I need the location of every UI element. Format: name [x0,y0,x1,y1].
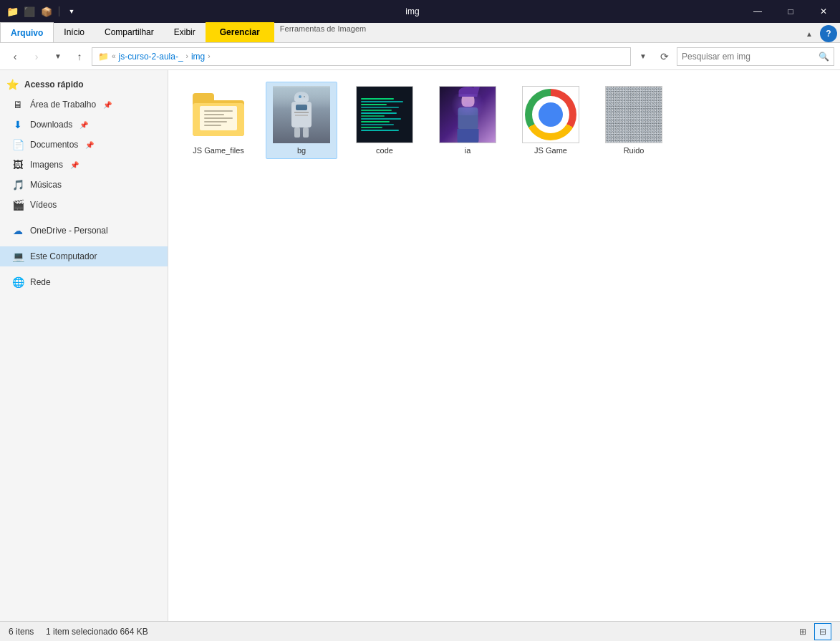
folder-icon [193,93,244,136]
computer-icon: 💻 [11,250,24,263]
selected-info: 1 item selecionado 664 KB [46,627,148,637]
sidebar-item-music[interactable]: 🎵 Músicas [0,175,168,195]
search-box: 🔍 [677,47,834,66]
file-grid: JS Game_files [183,82,826,159]
images-icon: 🖼 [11,158,24,171]
address-path[interactable]: 📁 « js-curso-2-aula-_ › img › [92,47,631,66]
qat-separator [59,6,59,16]
file-item-js-game-files[interactable]: JS Game_files [183,82,254,159]
tab-subtitle: Ferramentas de Imagem [274,24,372,33]
thumb-code [356,86,413,143]
tab-compartilhar[interactable]: Compartilhar [95,22,164,42]
view-icons-button[interactable]: ⊟ [814,623,831,640]
sidebar-item-network[interactable]: 🌐 Rede [0,272,168,292]
path-arrow-2: › [208,52,210,60]
desktop-icon: 🖥 [11,98,24,111]
file-item-ia[interactable]: ia [432,82,503,159]
path-icon: 📁 [98,52,109,62]
star-icon: ⭐ [6,78,19,91]
ribbon-tabs: Arquivo Início Compartilhar Exibir Geren… [0,23,840,43]
network-icon: 🌐 [11,276,24,289]
sidebar-item-onedrive[interactable]: ☁ OneDrive - Personal [0,221,168,241]
sidebar-quick-access: ⭐ Acesso rápido [0,74,168,95]
onedrive-icon: ☁ [11,224,24,237]
view-list-button[interactable]: ⊞ [794,623,811,640]
tab-gerenciar[interactable]: Gerenciar [206,22,274,42]
title-bar-left: 📁 ⬛ 📦 ▼ [6,5,78,18]
qat-icon-1: 📁 [6,5,19,18]
file-label-js-game-files: JS Game_files [193,146,244,155]
file-label-js-game: JS Game [534,146,567,155]
up-button[interactable]: ↑ [70,47,89,66]
sidebar-item-computer[interactable]: 💻 Este Computador [0,246,168,266]
tab-inicio[interactable]: Início [54,22,95,42]
tab-arquivo[interactable]: Arquivo [0,22,54,42]
pin-icon-images: 📌 [70,161,79,169]
thumb-js-game [522,86,579,143]
documents-icon: 📄 [11,138,24,151]
file-label-ia: ia [465,146,471,155]
file-item-js-game[interactable]: JS Game [515,82,586,159]
file-item-ruido[interactable]: Ruido [598,82,670,159]
title-controls: — □ ✕ [741,0,840,23]
file-item-code[interactable]: code [349,82,420,159]
pin-icon-downloads: 📌 [79,121,88,129]
sidebar-item-images[interactable]: 🖼 Imagens 📌 [0,155,168,175]
window-title: img [84,6,741,16]
file-label-bg: bg [297,146,306,155]
back-button[interactable]: ‹ [6,47,24,66]
download-icon: ⬇ [11,118,24,131]
status-info: 6 itens 1 item selecionado 664 KB [9,627,148,637]
tab-exibir[interactable]: Exibir [164,22,206,42]
videos-icon: 🎬 [11,198,24,211]
path-dropdown[interactable]: ▼ [634,47,652,66]
path-part-1[interactable]: js-curso-2-aula-_ [119,52,183,62]
pin-icon-documents: 📌 [85,141,94,149]
file-label-code: code [376,146,393,155]
close-button[interactable]: ✕ [807,0,840,23]
thumb-bg [273,86,330,143]
file-item-bg[interactable]: bg [266,82,337,159]
qat-icon-2: ⬛ [23,5,36,18]
title-bar: 📁 ⬛ 📦 ▼ img — □ ✕ [0,0,840,23]
thumb-ia [439,86,496,143]
ribbon-chevron[interactable]: ▲ [801,27,817,41]
thumb-ruido [605,86,662,143]
path-sep-1: « [112,52,116,60]
file-area: JS Game_files [168,70,840,621]
view-controls: ⊞ ⊟ [794,623,831,640]
help-button[interactable]: ? [820,25,837,42]
recent-button[interactable]: ▼ [49,47,67,66]
search-input[interactable] [682,52,816,62]
sidebar: ⭐ Acesso rápido 🖥 Área de Trabalho 📌 ⬇ D… [0,70,168,621]
ribbon-right: ▲ ? [801,25,840,42]
minimize-button[interactable]: — [741,0,774,23]
file-label-ruido: Ruido [624,146,645,155]
status-bar: 6 itens 1 item selecionado 664 KB ⊞ ⊟ [0,621,840,641]
search-icon: 🔍 [819,52,829,62]
sidebar-item-desktop[interactable]: 🖥 Área de Trabalho 📌 [0,95,168,115]
sidebar-item-downloads[interactable]: ⬇ Downloads 📌 [0,115,168,135]
pin-icon-desktop: 📌 [103,101,112,109]
path-arrow-1: › [186,52,188,60]
maximize-button[interactable]: □ [774,0,807,23]
folder-thumb-js-game-files [190,86,247,143]
address-bar: ‹ › ▼ ↑ 📁 « js-curso-2-aula-_ › img › ▼ … [0,43,840,70]
sidebar-item-documents[interactable]: 📄 Documentos 📌 [0,135,168,155]
sidebar-item-videos[interactable]: 🎬 Vídeos [0,195,168,215]
music-icon: 🎵 [11,178,24,191]
qat-dropdown[interactable]: ▼ [65,5,78,18]
main-layout: ⭐ Acesso rápido 🖥 Área de Trabalho 📌 ⬇ D… [0,70,840,621]
item-count: 6 itens [9,627,34,637]
refresh-button[interactable]: ⟳ [655,47,674,66]
path-part-2[interactable]: img [191,52,205,62]
qat-icon-3: 📦 [40,5,53,18]
forward-button[interactable]: › [27,47,46,66]
